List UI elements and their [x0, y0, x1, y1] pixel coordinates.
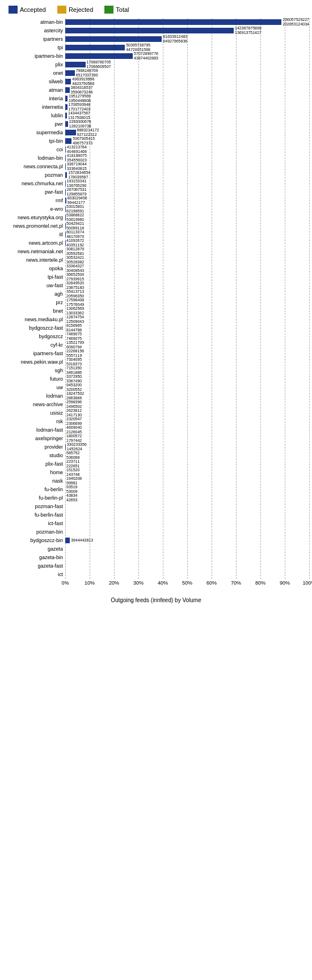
bar-area: 14344375671317508015	[65, 112, 309, 119]
table-row: bnet1306256913033362	[3, 307, 309, 315]
bar-accepted	[65, 147, 66, 152]
row-label: futuro	[3, 376, 65, 382]
bar-area: 336719044333640815	[65, 163, 309, 170]
table-row: usisiz26238122417130	[3, 409, 309, 417]
bar-area: 22693006761262109738	[65, 121, 309, 127]
table-row: news.artcom.pl4109267240351192	[3, 239, 309, 247]
table-row: news.intertele.pl3053242130528382	[3, 256, 309, 264]
bar-area: 585752536068	[65, 452, 309, 459]
x-axis-label: Outgoing feeds (innfeed) by Volume	[3, 597, 309, 603]
row-label: lodman-bin	[3, 155, 65, 161]
bar-accepted	[65, 28, 234, 33]
row-label: silweb	[3, 79, 65, 84]
bar-area: 80302945699442177	[65, 197, 309, 204]
legend-accepted-box	[9, 6, 18, 14]
value-text: 142367875898136913751427	[235, 26, 262, 36]
row-label: fu-berlin	[3, 487, 65, 492]
value-text: 3944442813	[71, 538, 93, 543]
legend-accepted-label: Accepted	[20, 6, 46, 13]
bar-accepted	[65, 155, 66, 161]
row-label: e-wro	[3, 206, 65, 212]
bar-area: 182475022863886	[65, 393, 309, 399]
bar-area: 3053242130528382	[65, 257, 309, 263]
bar-area	[65, 503, 309, 510]
table-row: news.chmurka.net193153341136765290	[3, 180, 309, 188]
row-label: agh	[3, 291, 65, 297]
x-axis-tick: 30%	[133, 580, 144, 586]
bar-area: 26238122417130	[65, 410, 309, 416]
legend-rejected-box	[57, 6, 66, 14]
table-row: pozman1572834654178039587	[3, 171, 309, 179]
bar-area: 19512795691950448808	[65, 95, 309, 102]
table-row: news-archive25983962496502	[3, 400, 309, 408]
bar-accepted	[65, 130, 76, 135]
table-row: supermedia8883214172927122312	[3, 129, 309, 137]
bar-area: 5039573879544720051568	[65, 44, 309, 51]
bar-accepted	[65, 189, 66, 195]
row-label: nask	[3, 478, 65, 484]
bar-area: 3081287930592581	[65, 248, 309, 255]
bar-accepted	[65, 138, 71, 144]
table-row: ipartners8163391248364927965836	[3, 35, 309, 43]
legend-total-label: Total	[116, 6, 129, 13]
table-row: gazeta	[3, 545, 309, 553]
table-row: astercity142367875898136913751427	[3, 27, 309, 35]
bar-area: 9351953009	[65, 486, 309, 493]
x-axis-tick: 80%	[255, 580, 265, 586]
table-row: tpi-fast3665250427939915	[3, 273, 309, 281]
bar-area	[65, 571, 309, 578]
grid-line	[309, 18, 310, 579]
bar-accepted	[65, 121, 68, 127]
table-row: tpi5039573879544720051568	[3, 44, 309, 52]
bar-accepted	[65, 198, 66, 203]
bar-accepted	[65, 70, 75, 76]
bar-area: 94532003200552	[65, 384, 309, 391]
bar-area: 5042942150099118	[65, 223, 309, 229]
table-row: plix-fast223711222651	[3, 460, 309, 468]
row-label: pozman	[3, 172, 65, 178]
bar-area: 36043185373590873246	[65, 87, 309, 93]
table-row: home151520143748	[3, 468, 309, 476]
table-row: e-wro5301580162198591	[3, 205, 309, 213]
row-label: gazeta-fast	[3, 563, 65, 569]
row-label: onet	[3, 70, 65, 76]
table-row: news.eturystyka.org5386862253619960	[3, 214, 309, 221]
row-label: bydgoszcz	[3, 334, 65, 339]
row-label: lublin	[3, 113, 65, 118]
row-label: plix	[3, 62, 65, 67]
bar-accepted	[65, 62, 86, 67]
row-label: news.connecta.pl	[3, 164, 65, 169]
bar-area: 49639199964823750566	[65, 78, 309, 85]
row-label: uw-fast	[3, 283, 65, 288]
bar-area: 71513503461886	[65, 367, 309, 374]
legend-total: Total	[104, 6, 129, 14]
table-row: pozman-fast	[3, 502, 309, 510]
table-row: news.netmaniak.net3081287930592581	[3, 248, 309, 255]
table-row: news.promontel.net.pl5042942150099118	[3, 222, 309, 230]
chart-container: Accepted Rejected Total atman-bin2060575…	[0, 0, 312, 626]
bar-area: 81569658144788	[65, 325, 309, 331]
table-row: bydgoszcz-bin3944442813	[3, 536, 309, 544]
value-text: 206057529227202853124034	[283, 18, 309, 27]
row-label: studio	[3, 453, 65, 458]
bar-area: 79681487096517037390	[65, 70, 309, 76]
legend-rejected: Rejected	[57, 6, 93, 14]
bar-area: 73040955318373	[65, 359, 309, 365]
table-row: ict-fast	[3, 519, 309, 527]
bar-area	[65, 546, 309, 552]
row-label: gazeta	[3, 546, 65, 552]
row-label: news.intertele.pl	[3, 257, 65, 263]
chart-rows-wrapper: atman-bin206057529227202853124034asterci…	[3, 18, 309, 579]
table-row: bydgoszcz74690757469075	[3, 333, 309, 340]
table-row: fu-berlin-pl4383442653	[3, 494, 309, 502]
bar-area: 194020899981	[65, 478, 309, 484]
row-label: rmf	[3, 198, 65, 203]
bar-area: 6011337448170970	[65, 231, 309, 238]
row-label: tpi-bin	[3, 138, 65, 144]
x-axis-tick: 40%	[158, 580, 168, 586]
bar-area: 23205472306699	[65, 418, 309, 425]
x-axis-tick: 60%	[206, 580, 217, 586]
bar-accepted	[65, 538, 70, 543]
row-label: coi	[3, 147, 65, 152]
table-row: ipartners-fast222681565557119	[3, 350, 309, 357]
